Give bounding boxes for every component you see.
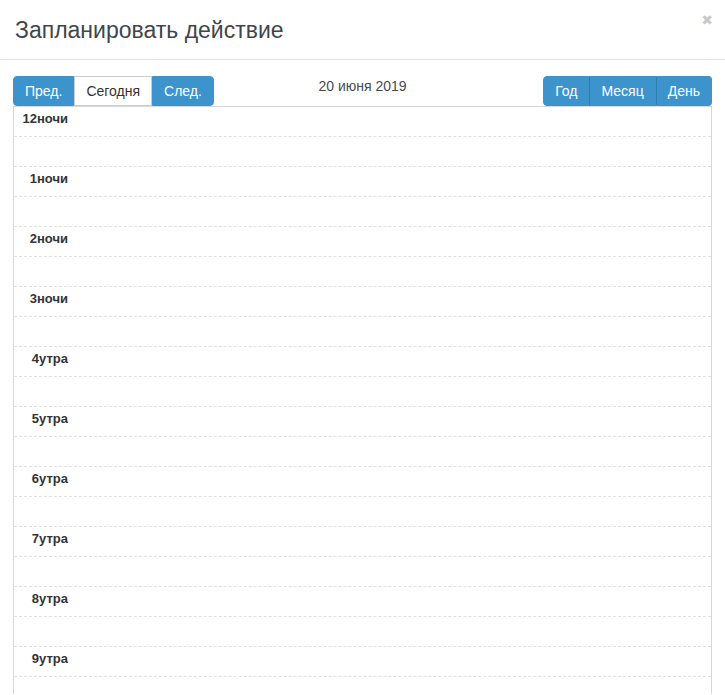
time-label: 1ночи xyxy=(14,167,68,186)
close-icon[interactable]: ✖ xyxy=(701,13,713,27)
time-label: 12ночи xyxy=(14,107,68,126)
time-slot-half[interactable] xyxy=(14,137,711,167)
time-slot-half[interactable] xyxy=(14,197,711,227)
time-slot-hour[interactable]: 12ночи xyxy=(14,107,711,137)
time-slot-hour[interactable]: 5утра xyxy=(14,407,711,437)
time-slot-half[interactable] xyxy=(14,677,711,694)
time-slot-hour[interactable]: 3ночи xyxy=(14,287,711,317)
time-slot-half[interactable] xyxy=(14,437,711,467)
time-slot-hour[interactable]: 8утра xyxy=(14,587,711,617)
time-label: 4утра xyxy=(14,347,68,366)
time-slot-half[interactable] xyxy=(14,557,711,587)
day-time-grid: 12ночи1ночи2ночи3ночи4утра5утра6утра7утр… xyxy=(13,106,712,694)
time-slot-half[interactable] xyxy=(14,257,711,287)
schedule-action-dialog: Запланировать действие ✖ Пред. Сегодня С… xyxy=(0,0,725,695)
time-slot-hour[interactable]: 7утра xyxy=(14,527,711,557)
time-label: 2ночи xyxy=(14,227,68,246)
time-label: 5утра xyxy=(14,407,68,426)
time-slot-half[interactable] xyxy=(14,317,711,347)
time-slot-hour[interactable]: 1ночи xyxy=(14,167,711,197)
dialog-header: Запланировать действие ✖ xyxy=(0,0,725,60)
time-label: 9утра xyxy=(14,647,68,666)
time-slot-half[interactable] xyxy=(14,497,711,527)
current-date-label: 20 июня 2019 xyxy=(13,77,712,95)
time-slot-hour[interactable]: 2ночи xyxy=(14,227,711,257)
calendar-toolbar: Пред. Сегодня След. 20 июня 2019 Год Мес… xyxy=(13,76,712,106)
time-slot-half[interactable] xyxy=(14,377,711,407)
time-label: 7утра xyxy=(14,527,68,546)
dialog-title: Запланировать действие xyxy=(15,16,710,44)
time-label: 8утра xyxy=(14,587,68,606)
time-label: 3ночи xyxy=(14,287,68,306)
time-slot-hour[interactable]: 9утра xyxy=(14,647,711,677)
time-slot-half[interactable] xyxy=(14,617,711,647)
time-slot-hour[interactable]: 6утра xyxy=(14,467,711,497)
time-label: 6утра xyxy=(14,467,68,486)
time-slot-hour[interactable]: 4утра xyxy=(14,347,711,377)
